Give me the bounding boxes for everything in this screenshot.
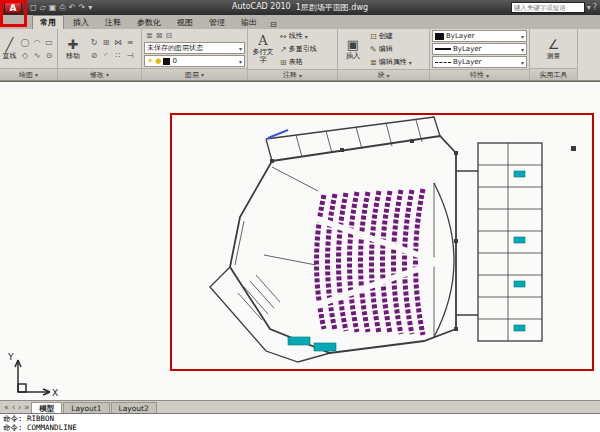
plot-icon[interactable]: ⎙ [59, 3, 65, 13]
layer-state-select[interactable]: 未保存的图层状态 ▾ [144, 42, 245, 54]
layer-select[interactable]: ☀ ● 0 ▾ [144, 55, 245, 67]
panel-modify-title[interactable]: 修改 ▾ [58, 68, 141, 80]
panel-draw-title[interactable]: 绘图 ▾ [0, 68, 57, 80]
measure-icon: ∠ [548, 38, 560, 52]
edit-attributes-button[interactable]: ≣ 编辑属性 ▾ [368, 56, 414, 68]
move-button[interactable]: ✚ 移动 [60, 30, 86, 67]
line-button-label: 直线 [3, 52, 17, 60]
ucs-x-label: X [52, 388, 58, 398]
help-icon[interactable]: ? [593, 3, 597, 12]
object-color-value: ByLayer [446, 32, 519, 40]
linear-dimension-button[interactable]: ↔ 线性 ▾ [278, 30, 319, 42]
layer-state-value: 未保存的图层状态 [147, 43, 237, 53]
linetype-select[interactable]: ByLayer ▾ [432, 56, 527, 68]
arc-icon[interactable]: ◠ [31, 36, 43, 49]
panel-utilities-title[interactable]: 实用工具 [530, 68, 577, 80]
previous-layout-icon[interactable]: ‹ [11, 403, 16, 412]
table-label: 表格 [289, 57, 303, 67]
command-history-line: 命令: RIBBON [3, 415, 597, 424]
dropdown-icon: ▾ [409, 59, 412, 66]
dropdown-icon: ▾ [521, 59, 524, 66]
circle-icon[interactable]: ◯ [19, 36, 31, 49]
panel-modify-title-label: 修改 [90, 70, 104, 80]
fillet-icon[interactable]: ◜ [100, 49, 112, 62]
ribbon-tab-home[interactable]: 常用 [32, 15, 64, 29]
create-block-label: 创建 [379, 31, 393, 41]
next-layout-icon[interactable]: › [17, 403, 22, 412]
multileader-icon: ↗ [280, 45, 287, 54]
ribbon-tab-parametric[interactable]: 参数化 [130, 16, 168, 29]
grip-point [571, 146, 576, 151]
text-icon: A [258, 34, 267, 48]
plan-highlight-rectangle [170, 113, 594, 371]
array-icon[interactable]: ∷ [112, 49, 124, 62]
ribbon-tab-output[interactable]: 输出 [234, 16, 264, 29]
panel-layers-title[interactable]: 图层 ▾ [142, 68, 247, 80]
insert-block-label: 插入 [346, 52, 360, 60]
save-icon[interactable]: ▣ [49, 3, 57, 13]
dropdown-icon: ▾ [239, 45, 242, 52]
edit-block-button[interactable]: ✎ 编辑 [368, 43, 414, 55]
open-file-icon[interactable]: ▱ [40, 3, 46, 13]
new-file-icon[interactable]: ◻ [30, 3, 37, 13]
copy-icon[interactable]: ⊞ [100, 36, 112, 49]
layer-lock-icon[interactable]: ⊟ [165, 31, 172, 40]
object-color-select[interactable]: ByLayer ▾ [432, 30, 527, 42]
polygon-icon[interactable]: ◇ [19, 49, 31, 62]
drawing-canvas[interactable]: Y X [0, 81, 600, 400]
panel-annotate: A 多行文字 ↔ 线性 ▾ ↗ 多重引线 ⊞ 表格 [248, 29, 338, 80]
panel-properties-title[interactable]: 特性 ▾ [430, 69, 529, 80]
spline-icon[interactable]: ∿ [31, 49, 43, 62]
ucs-icon: Y X [4, 348, 62, 398]
search-input[interactable] [511, 2, 585, 13]
layout-tab-layout1[interactable]: Layout1 [63, 402, 109, 413]
ribbon-tab-view[interactable]: 视图 [170, 16, 200, 29]
insert-block-button[interactable]: ▣ 插入 [340, 30, 366, 68]
linetype-sample [435, 62, 451, 63]
command-prompt-line: 命令: COMMANDLINE [3, 424, 597, 432]
draw-tools-grid: ◯ ◠ ▭ ◇ ∿ ⊙ [19, 30, 55, 67]
ribbon-tab-insert[interactable]: 插入 [66, 16, 96, 29]
layer-properties-icon[interactable]: ≣ [146, 31, 153, 40]
search-dropdown-icon[interactable]: ▾ [587, 3, 591, 12]
block-rows: ⊡ 创建 ✎ 编辑 ≣ 编辑属性 ▾ [368, 30, 414, 68]
ribbon-minimize-icon[interactable]: ⊟ [270, 20, 277, 29]
layout-tab-bar: « ‹ › » 模型 Layout1 Layout2 [0, 400, 600, 413]
rectangle-icon[interactable]: ▭ [43, 36, 55, 49]
panel-utilities: ∠ 测量 实用工具 [530, 29, 578, 80]
layer-name: 0 [172, 57, 237, 65]
point-icon[interactable]: ⊙ [43, 49, 55, 62]
undo-icon[interactable]: ↶ [69, 3, 76, 13]
last-layout-icon[interactable]: » [23, 403, 30, 412]
table-icon: ⊞ [280, 58, 287, 67]
redo-icon[interactable]: ↷ [78, 3, 85, 13]
multileader-button[interactable]: ↗ 多重引线 [278, 43, 319, 55]
layer-on-icon: ● [155, 57, 161, 65]
mirror-icon[interactable]: ⋈ [112, 36, 124, 49]
layout-tab-layout2[interactable]: Layout2 [111, 402, 157, 413]
mtext-button[interactable]: A 多行文字 [250, 30, 276, 68]
trim-icon[interactable]: ⊣ [124, 49, 136, 62]
table-button[interactable]: ⊞ 表格 [278, 56, 319, 68]
layout-tab-model[interactable]: 模型 [31, 402, 62, 413]
line-button[interactable]: ╱ 直线 [2, 30, 17, 67]
panel-annotate-title[interactable]: 注释 ▾ [248, 69, 337, 80]
first-layout-icon[interactable]: « [3, 403, 10, 412]
measure-button[interactable]: ∠ 测量 [541, 30, 567, 67]
layer-freeze-icon[interactable]: ⊠ [156, 31, 163, 40]
create-block-button[interactable]: ⊡ 创建 [368, 30, 414, 42]
ribbon-tab-row: 常用 插入 注释 参数化 视图 管理 输出 ⊟ [0, 15, 600, 29]
autocad-window: A ◻ ▱ ▣ ⎙ ↶ ↷ ▾ AutoCAD 2010 1层剧场平面图.dwg… [0, 0, 600, 432]
command-window[interactable]: 命令: RIBBON 命令: COMMANDLINE [0, 413, 600, 432]
ucs-y-label: Y [7, 352, 14, 362]
layer-color-swatch [163, 58, 170, 65]
dropdown-icon: ▾ [239, 58, 242, 65]
erase-icon[interactable]: ⊘ [88, 49, 100, 62]
panel-block-title[interactable]: 块 ▾ [338, 69, 429, 80]
rotate-icon[interactable]: ↻ [88, 36, 100, 49]
ribbon-tab-annotate[interactable]: 注释 [98, 16, 128, 29]
ribbon-tab-manage[interactable]: 管理 [202, 16, 232, 29]
qat-dropdown-icon[interactable]: ▾ [88, 3, 92, 13]
offset-icon[interactable]: ≡ [124, 36, 136, 49]
lineweight-select[interactable]: ByLayer ▾ [432, 43, 527, 55]
